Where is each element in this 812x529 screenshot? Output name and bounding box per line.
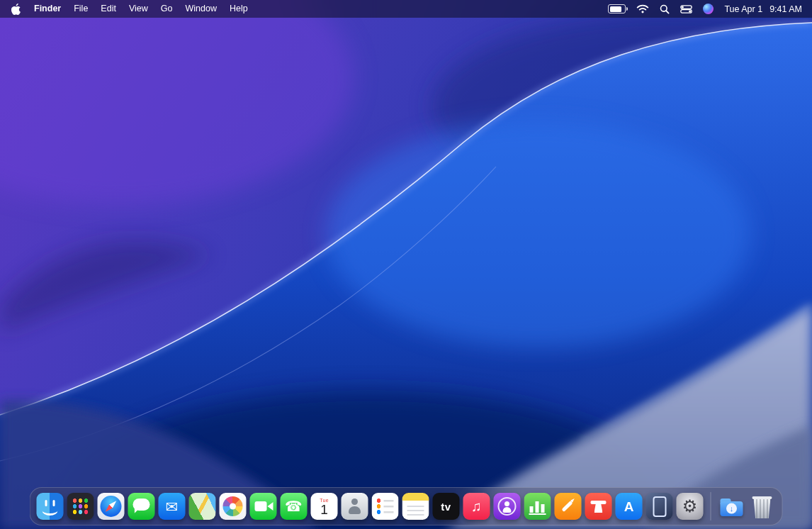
dock-item-safari[interactable] xyxy=(98,493,125,520)
wifi-icon[interactable] xyxy=(636,4,649,13)
messages-icon xyxy=(128,493,155,520)
battery-icon[interactable] xyxy=(608,4,626,13)
iphone-mirroring-icon xyxy=(646,493,673,520)
launchpad-icon xyxy=(67,493,94,520)
dock-item-podcasts[interactable] xyxy=(494,493,521,520)
apple-tv-icon: tv xyxy=(433,493,460,520)
podcasts-icon xyxy=(494,493,521,520)
dock-item-facetime[interactable] xyxy=(250,493,277,520)
dock-item-music[interactable]: ♫ xyxy=(463,493,490,520)
downloads-folder-icon: ↓ xyxy=(718,493,745,520)
safari-icon xyxy=(98,493,125,520)
dock-item-maps[interactable] xyxy=(189,493,216,520)
finder-icon xyxy=(37,493,64,520)
facetime-icon xyxy=(250,493,277,520)
dock-item-downloads[interactable]: ↓ xyxy=(718,493,745,520)
dock-item-calendar[interactable]: Tue1 xyxy=(311,493,338,520)
dock-container: ✉☎Tue1tv♫A⚙↓ xyxy=(30,487,783,525)
dock-item-contacts[interactable] xyxy=(342,493,368,520)
menubar-menus: FinderFileEditViewGoWindowHelp xyxy=(10,0,254,18)
contacts-icon xyxy=(342,493,368,520)
system-settings-icon: ⚙ xyxy=(677,493,704,520)
keynote-icon xyxy=(585,493,612,520)
control-center-icon[interactable] xyxy=(680,5,692,13)
dock-item-numbers[interactable] xyxy=(524,493,551,520)
music-icon: ♫ xyxy=(463,493,490,520)
dock-item-pages[interactable] xyxy=(555,493,582,520)
dock: ✉☎Tue1tv♫A⚙↓ xyxy=(30,487,783,525)
reminders-icon xyxy=(372,493,399,520)
menu-view[interactable]: View xyxy=(123,0,154,18)
menu-finder[interactable]: Finder xyxy=(28,0,67,18)
menubar-status-area: Tue Apr 1 9:41 AM xyxy=(608,4,802,14)
dock-item-trash[interactable] xyxy=(749,493,776,520)
pages-icon xyxy=(555,493,582,520)
dock-separator xyxy=(711,492,711,520)
menu-window[interactable]: Window xyxy=(179,0,222,18)
app-store-icon: A xyxy=(616,493,643,520)
dock-item-settings[interactable]: ⚙ xyxy=(677,493,704,520)
dock-item-phone[interactable]: ☎ xyxy=(281,493,308,520)
apple-logo-icon xyxy=(11,4,21,15)
menubar-time: 9:41 AM xyxy=(769,4,802,14)
trash-icon xyxy=(749,493,776,520)
menu-help[interactable]: Help xyxy=(223,0,254,18)
desktop-wallpaper[interactable] xyxy=(0,0,812,529)
notes-icon xyxy=(402,493,429,520)
menu-go[interactable]: Go xyxy=(154,0,179,18)
dock-item-launchpad[interactable] xyxy=(67,493,94,520)
dock-item-messages[interactable] xyxy=(128,493,155,520)
spotlight-search-icon[interactable] xyxy=(660,4,670,14)
dock-item-photos[interactable] xyxy=(220,493,247,520)
photos-icon xyxy=(220,493,247,520)
dock-item-mail[interactable]: ✉ xyxy=(159,493,186,520)
dock-item-keynote[interactable] xyxy=(585,493,612,520)
apple-menu[interactable] xyxy=(10,4,28,15)
siri-icon[interactable] xyxy=(703,4,714,14)
macos-desktop: FinderFileEditViewGoWindowHelp Tue Apr 1… xyxy=(0,0,812,529)
dock-item-iphone-mirroring[interactable] xyxy=(646,493,673,520)
status-icons xyxy=(608,4,714,14)
menubar-date: Tue Apr 1 xyxy=(724,4,762,14)
menu-bar: FinderFileEditViewGoWindowHelp Tue Apr 1… xyxy=(0,0,812,18)
dock-item-finder[interactable] xyxy=(37,493,64,520)
phone-icon: ☎ xyxy=(281,493,308,520)
numbers-icon xyxy=(524,493,551,520)
maps-icon xyxy=(189,493,216,520)
dock-item-reminders[interactable] xyxy=(372,493,399,520)
menu-file[interactable]: File xyxy=(67,0,94,18)
dock-item-appstore[interactable]: A xyxy=(616,493,643,520)
menu-edit[interactable]: Edit xyxy=(94,0,123,18)
menubar-clock[interactable]: Tue Apr 1 9:41 AM xyxy=(724,4,802,14)
wallpaper-art xyxy=(0,0,812,529)
dock-item-notes[interactable] xyxy=(402,493,429,520)
calendar-icon: Tue1 xyxy=(311,493,338,520)
mail-icon: ✉ xyxy=(159,493,186,520)
dock-item-tv[interactable]: tv xyxy=(433,493,460,520)
